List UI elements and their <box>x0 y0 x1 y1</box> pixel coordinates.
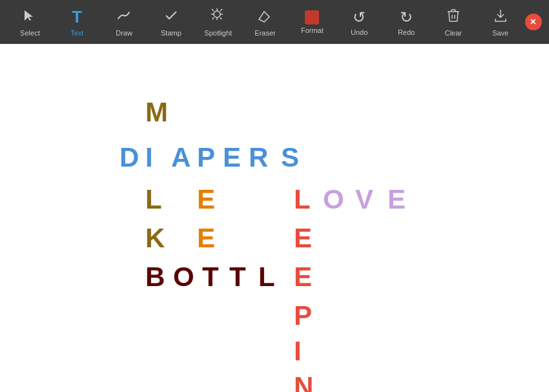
canvas-letter: V <box>355 186 373 213</box>
save-label: Save <box>492 29 508 37</box>
canvas-letter: A <box>171 144 191 171</box>
canvas-area: MDIAPERSLELOVEKEEBOTTLEPING <box>0 44 549 392</box>
canvas-letter: R <box>249 144 268 171</box>
svg-line-1 <box>212 9 214 11</box>
select-tool[interactable]: Select <box>7 3 52 41</box>
spotlight-icon <box>211 8 226 27</box>
canvas-letter: E <box>197 225 215 252</box>
canvas-letter: K <box>145 225 165 252</box>
svg-point-0 <box>214 11 220 17</box>
canvas-letter: L <box>258 263 275 291</box>
spotlight-label: Spotlight <box>204 29 232 37</box>
canvas-letter: S <box>281 144 299 171</box>
clear-label: Clear <box>445 29 462 37</box>
text-label: Text <box>70 29 83 37</box>
undo-icon: ↺ <box>353 8 366 26</box>
spotlight-tool[interactable]: Spotlight <box>196 3 241 41</box>
canvas-letter: E <box>388 186 406 213</box>
undo-label: Undo <box>351 28 368 36</box>
canvas-letter: E <box>294 225 312 252</box>
save-tool[interactable]: Save <box>478 3 523 41</box>
stamp-icon <box>163 8 179 27</box>
canvas-letter: T <box>229 263 246 291</box>
canvas-letter: O <box>173 263 194 291</box>
format-icon <box>305 10 319 25</box>
stamp-label: Stamp <box>161 29 181 37</box>
canvas-letter: L <box>294 186 311 213</box>
close-button[interactable]: × <box>525 14 542 30</box>
select-label: Select <box>20 29 40 37</box>
format-label: Format <box>301 26 324 34</box>
canvas-letter: T <box>202 263 219 291</box>
svg-line-5 <box>220 17 222 19</box>
canvas-letter: E <box>223 144 241 171</box>
format-tool[interactable]: Format <box>289 3 335 41</box>
select-icon <box>22 8 37 27</box>
canvas-letter: I <box>145 144 153 171</box>
canvas-letter: P <box>294 302 312 329</box>
canvas-letter: P <box>197 144 215 171</box>
stamp-tool[interactable]: Stamp <box>149 3 194 41</box>
text-icon: T <box>72 7 82 27</box>
undo-tool[interactable]: ↺ Undo <box>337 3 382 41</box>
clear-icon <box>446 8 461 27</box>
canvas-letter: E <box>294 263 312 291</box>
save-icon <box>493 8 508 27</box>
toolbar: Select T Text Draw Stamp <box>0 0 549 44</box>
redo-icon: ↻ <box>400 8 413 26</box>
canvas-letter: N <box>294 373 313 392</box>
svg-line-4 <box>212 17 214 19</box>
clear-tool[interactable]: Clear <box>431 3 476 41</box>
canvas-letter: E <box>197 186 215 213</box>
draw-label: Draw <box>116 29 132 37</box>
redo-label: Redo <box>398 28 415 36</box>
svg-line-2 <box>220 9 222 11</box>
redo-tool[interactable]: ↻ Redo <box>384 3 429 41</box>
canvas-letter: D <box>119 144 139 171</box>
canvas-letter: M <box>145 99 168 126</box>
text-tool[interactable]: T Text <box>54 3 99 41</box>
close-icon: × <box>530 17 536 27</box>
draw-tool[interactable]: Draw <box>101 3 147 41</box>
svg-marker-9 <box>259 12 269 22</box>
eraser-label: Eraser <box>254 29 275 37</box>
eraser-icon <box>258 8 273 27</box>
draw-icon <box>116 8 132 27</box>
canvas-letter: B <box>145 263 165 291</box>
canvas-letter: O <box>323 186 344 213</box>
eraser-tool[interactable]: Eraser <box>243 3 288 41</box>
canvas-letter: I <box>294 338 302 365</box>
canvas-letter: L <box>145 186 162 213</box>
